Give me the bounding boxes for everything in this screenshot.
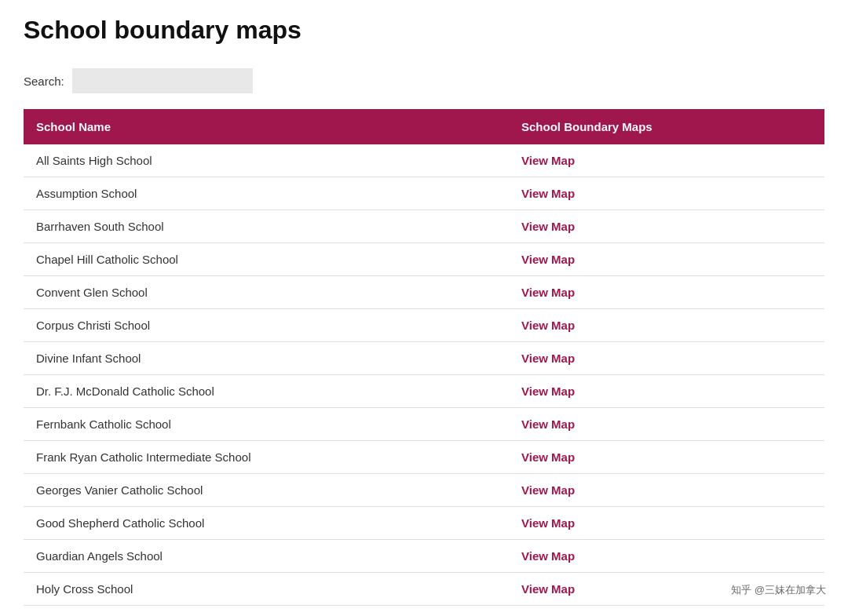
table-row: All Saints High SchoolView Map: [24, 144, 824, 177]
view-map-cell: View Map: [509, 309, 824, 342]
table-body: All Saints High SchoolView MapAssumption…: [24, 144, 824, 616]
school-name-cell: All Saints High School: [24, 144, 509, 177]
view-map-link[interactable]: View Map: [521, 352, 575, 365]
search-input[interactable]: [72, 68, 253, 93]
view-map-cell: View Map: [509, 210, 824, 243]
view-map-link[interactable]: View Map: [521, 187, 575, 200]
view-map-cell: View Map: [509, 375, 824, 408]
page-title: School boundary maps: [24, 16, 824, 45]
table-row: Good Shepherd Catholic SchoolView Map: [24, 507, 824, 540]
view-map-cell: View Map: [509, 276, 824, 309]
table-row: Guardian Angels SchoolView Map: [24, 540, 824, 573]
view-map-cell: View Map: [509, 474, 824, 507]
view-map-cell: View Map: [509, 606, 824, 617]
table-row: Fernbank Catholic SchoolView Map: [24, 408, 824, 441]
search-label: Search:: [24, 75, 64, 88]
table-row: Frank Ryan Catholic Intermediate SchoolV…: [24, 441, 824, 474]
school-name-cell: Georges Vanier Catholic School: [24, 474, 509, 507]
school-name-cell: Frank Ryan Catholic Intermediate School: [24, 441, 509, 474]
table-row: Assumption SchoolView Map: [24, 177, 824, 210]
table-row: Holy Cross SchoolView Map: [24, 573, 824, 606]
school-name-cell: Guardian Angels School: [24, 540, 509, 573]
view-map-link[interactable]: View Map: [521, 450, 575, 464]
school-name-cell: Fernbank Catholic School: [24, 408, 509, 441]
view-map-link[interactable]: View Map: [521, 253, 575, 266]
view-map-link[interactable]: View Map: [521, 385, 575, 398]
schools-table: School Name School Boundary Maps All Sai…: [24, 109, 824, 616]
school-name-cell: Corpus Christi School: [24, 309, 509, 342]
view-map-cell: View Map: [509, 441, 824, 474]
school-name-cell: Holy Cross School: [24, 573, 509, 606]
table-row: Barrhaven South SchoolView Map: [24, 210, 824, 243]
table-row: Divine Infant SchoolView Map: [24, 342, 824, 375]
table-row: Dr. F.J. McDonald Catholic SchoolView Ma…: [24, 375, 824, 408]
school-name-cell: Holy Family School: [24, 606, 509, 617]
search-bar: Search:: [24, 68, 824, 93]
view-map-link[interactable]: View Map: [521, 319, 575, 332]
view-map-cell: View Map: [509, 144, 824, 177]
view-map-link[interactable]: View Map: [521, 220, 575, 233]
school-name-cell: Chapel Hill Catholic School: [24, 243, 509, 276]
school-name-cell: Barrhaven South School: [24, 210, 509, 243]
view-map-link[interactable]: View Map: [521, 286, 575, 299]
table-header: School Name School Boundary Maps: [24, 109, 824, 144]
table-row: Convent Glen SchoolView Map: [24, 276, 824, 309]
view-map-cell: View Map: [509, 408, 824, 441]
table-row: Holy Family SchoolView Map: [24, 606, 824, 617]
school-name-cell: Good Shepherd Catholic School: [24, 507, 509, 540]
table-row: Chapel Hill Catholic SchoolView Map: [24, 243, 824, 276]
col-boundary-maps: School Boundary Maps: [509, 109, 824, 144]
view-map-cell: View Map: [509, 540, 824, 573]
school-name-cell: Dr. F.J. McDonald Catholic School: [24, 375, 509, 408]
col-school-name: School Name: [24, 109, 509, 144]
view-map-link[interactable]: View Map: [521, 417, 575, 431]
view-map-link[interactable]: View Map: [521, 154, 575, 167]
view-map-cell: View Map: [509, 243, 824, 276]
view-map-cell: View Map: [509, 177, 824, 210]
view-map-cell: View Map: [509, 342, 824, 375]
school-name-cell: Divine Infant School: [24, 342, 509, 375]
table-row: Corpus Christi SchoolView Map: [24, 309, 824, 342]
view-map-link[interactable]: View Map: [521, 483, 575, 497]
school-name-cell: Assumption School: [24, 177, 509, 210]
view-map-link[interactable]: View Map: [521, 516, 575, 530]
view-map-link[interactable]: View Map: [521, 549, 575, 563]
watermark: 知乎 @三妹在加拿大: [725, 580, 832, 600]
view-map-link[interactable]: View Map: [521, 582, 575, 596]
view-map-cell: View Map: [509, 507, 824, 540]
table-row: Georges Vanier Catholic SchoolView Map: [24, 474, 824, 507]
school-name-cell: Convent Glen School: [24, 276, 509, 309]
